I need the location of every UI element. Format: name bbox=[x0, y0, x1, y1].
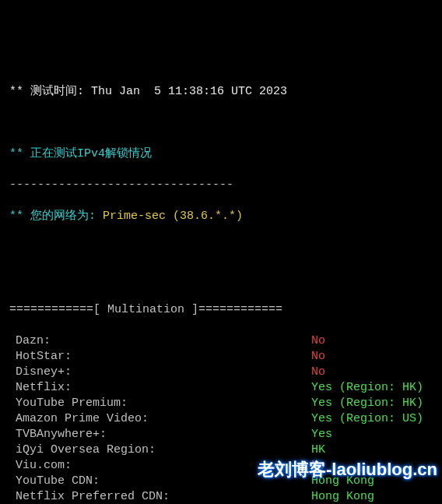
service-row: TVBAnywhere+:Yes bbox=[9, 427, 433, 442]
service-label: TVBAnywhere+: bbox=[9, 427, 311, 442]
service-row: HotStar:No bbox=[9, 349, 433, 365]
service-row: Amazon Prime Video:Yes (Region: US) bbox=[9, 411, 433, 427]
service-label: Viu.com: bbox=[9, 458, 311, 474]
net-value: Prime-sec (38.6.*.*) bbox=[103, 210, 243, 223]
network-line: ** 您的网络为: Prime-sec (38.6.*.*) bbox=[9, 209, 433, 224]
test-time-line: ** 测试时间: Thu Jan 5 11:38:16 UTC 2023 bbox=[9, 84, 433, 100]
service-value: Hong Kong bbox=[311, 474, 374, 489]
service-row: YouTube Premium:Yes (Region: HK) bbox=[9, 396, 433, 411]
service-row: iQyi Oversea Region:HK bbox=[9, 442, 433, 458]
terminal-output: ** 测试时间: Thu Jan 5 11:38:16 UTC 2023 ** … bbox=[0, 62, 442, 504]
service-label: iQyi Oversea Region: bbox=[9, 442, 311, 458]
section-multination-title: ============[ Multination ]============ bbox=[9, 302, 433, 318]
time-prefix: ** 测试时间: bbox=[9, 85, 91, 98]
ipv4-test-line: ** 正在测试IPv4解锁情况 bbox=[9, 146, 433, 162]
service-label: Netflix Preferred CDN: bbox=[9, 489, 311, 504]
service-value: Yes (Region: HK) bbox=[311, 396, 423, 411]
service-value: HK bbox=[311, 442, 325, 458]
service-value: Yes (Region: US) bbox=[311, 411, 423, 427]
section-multination-list: Dazn:NoHotStar:NoDisney+:NoNetflix:Yes (… bbox=[9, 333, 433, 504]
service-value: No bbox=[311, 333, 325, 349]
time-value: Thu Jan 5 11:38:16 UTC 2023 bbox=[91, 85, 287, 98]
service-value: No bbox=[311, 349, 325, 365]
service-label: Amazon Prime Video: bbox=[9, 411, 311, 427]
service-label: YouTube Premium: bbox=[9, 396, 311, 411]
service-label: Dazn: bbox=[9, 333, 311, 349]
service-row: Viu.com:No bbox=[9, 458, 433, 474]
dash-line: -------------------------------- bbox=[9, 178, 433, 193]
service-label: Disney+: bbox=[9, 365, 311, 380]
service-row: Netflix Preferred CDN:Hong Kong bbox=[9, 489, 433, 504]
service-row: Netflix:Yes (Region: HK) bbox=[9, 380, 433, 396]
service-label: YouTube CDN: bbox=[9, 474, 311, 489]
service-row: Dazn:No bbox=[9, 333, 433, 349]
net-prefix: ** 您的网络为: bbox=[9, 210, 103, 223]
service-value: No bbox=[311, 365, 325, 380]
service-value: No bbox=[311, 458, 325, 474]
service-row: Disney+:No bbox=[9, 365, 433, 380]
service-value: Hong Kong bbox=[311, 489, 374, 504]
service-value: Yes (Region: HK) bbox=[311, 380, 423, 396]
service-value: Yes bbox=[311, 427, 332, 442]
service-label: Netflix: bbox=[9, 380, 311, 396]
service-row: YouTube CDN:Hong Kong bbox=[9, 474, 433, 489]
service-label: HotStar: bbox=[9, 349, 311, 365]
